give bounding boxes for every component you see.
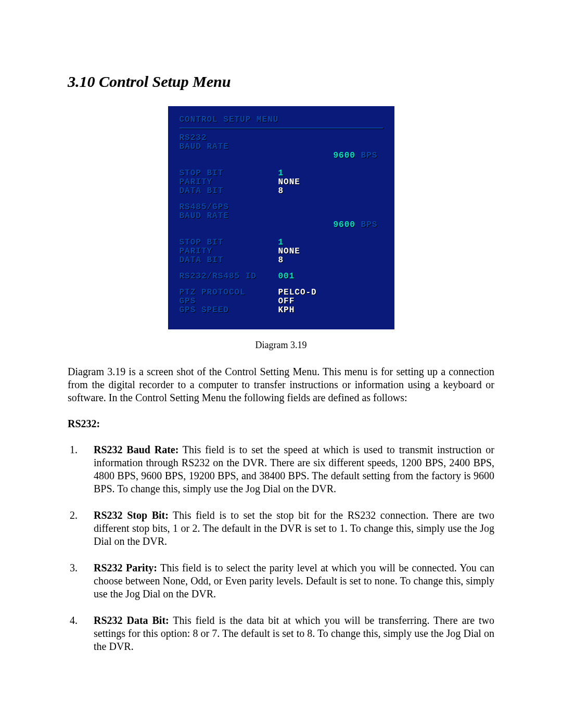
field-definition-list: RS232 Baud Rate: This field is to set th… [68, 443, 494, 653]
osd-title: CONTROL SETUP MENU [180, 116, 383, 124]
osd-label-baud: BAUD RATE [180, 212, 278, 238]
osd-value-id[interactable]: 001 [278, 272, 295, 281]
osd-value-baud[interactable]: 9600 [334, 220, 355, 229]
field-name: RS232 Stop Bit: [94, 509, 169, 521]
section-heading: 3.10 Control Setup Menu [68, 73, 494, 91]
osd-label-ptz: PTZ PROTOCOL [180, 288, 278, 297]
osd-label-databit: DATA BIT [180, 256, 278, 265]
osd-divider [180, 127, 383, 129]
osd-label-parity: PARITY [180, 247, 278, 256]
list-item: RS232 Baud Rate: This field is to set th… [68, 443, 494, 495]
osd-label-id: RS232/RS485 ID [180, 272, 278, 281]
subsection-heading: RS232: [68, 418, 494, 430]
field-name: RS232 Parity: [94, 562, 157, 573]
osd-label-databit: DATA BIT [180, 187, 278, 196]
intro-paragraph: Diagram 3.19 is a screen shot of the Con… [68, 365, 494, 404]
osd-value-parity[interactable]: NONE [278, 247, 300, 256]
osd-label-stopbit: STOP BIT [180, 169, 278, 178]
osd-label-parity: PARITY [180, 178, 278, 187]
figure-caption: Diagram 3.19 [68, 340, 494, 351]
osd-group-header: RS485/GPS [180, 203, 278, 212]
osd-unit-bps: BPS [355, 151, 377, 160]
osd-value-baud[interactable]: 9600 [334, 151, 355, 160]
osd-label-gps: GPS [180, 297, 278, 306]
osd-value-gpsspeed[interactable]: KPH [278, 306, 295, 315]
osd-value-stopbit[interactable]: 1 [278, 238, 284, 247]
osd-label-baud: BAUD RATE [180, 143, 278, 169]
field-name: RS232 Baud Rate: [94, 444, 178, 455]
osd-group-header: RS232 [180, 134, 278, 143]
osd-value-parity[interactable]: NONE [278, 178, 300, 187]
osd-unit-bps: BPS [355, 220, 377, 229]
document-page: 3.10 Control Setup Menu CONTROL SETUP ME… [0, 0, 562, 728]
osd-value-ptz[interactable]: PELCO-D [278, 288, 317, 297]
list-item: RS232 Parity: This field is to select th… [68, 561, 494, 601]
osd-value-databit[interactable]: 8 [278, 187, 284, 196]
osd-screenshot: CONTROL SETUP MENU RS232 BAUD RATE 9600 … [168, 106, 394, 329]
figure-container: CONTROL SETUP MENU RS232 BAUD RATE 9600 … [68, 106, 494, 329]
field-name: RS232 Data Bit: [94, 615, 169, 626]
osd-value-stopbit[interactable]: 1 [278, 169, 284, 178]
list-item: RS232 Data Bit: This field is the data b… [68, 614, 494, 653]
osd-label-stopbit: STOP BIT [180, 238, 278, 247]
osd-value-databit[interactable]: 8 [278, 256, 284, 265]
osd-value-gps[interactable]: OFF [278, 297, 295, 306]
list-item: RS232 Stop Bit: This field is to set the… [68, 509, 494, 548]
osd-label-gpsspeed: GPS SPEED [180, 306, 278, 315]
